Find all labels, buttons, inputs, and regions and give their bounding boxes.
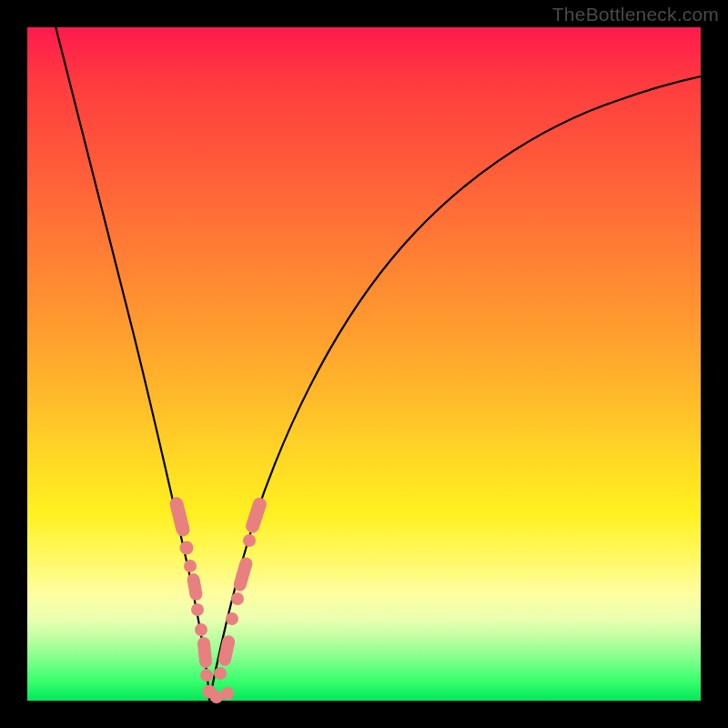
svg-rect-6 xyxy=(197,636,212,668)
svg-point-13 xyxy=(226,612,238,625)
svg-point-5 xyxy=(195,623,207,636)
svg-point-14 xyxy=(231,592,244,605)
svg-point-4 xyxy=(191,603,204,616)
bead-cluster-right xyxy=(214,496,268,680)
svg-point-2 xyxy=(184,560,197,572)
svg-rect-0 xyxy=(168,496,191,538)
curve-right-arm xyxy=(209,76,705,701)
watermark-text: TheBottleneck.com xyxy=(552,4,719,25)
svg-point-9 xyxy=(210,691,223,703)
chart-frame: TheBottleneck.com xyxy=(0,0,728,728)
bead-cluster-left xyxy=(168,496,217,699)
svg-point-7 xyxy=(200,669,213,682)
curve-left-arm xyxy=(55,23,209,701)
curve-layer xyxy=(27,27,701,701)
svg-point-11 xyxy=(214,667,227,680)
svg-rect-3 xyxy=(187,572,204,602)
plot-area xyxy=(27,27,701,701)
svg-point-16 xyxy=(243,534,256,547)
svg-point-1 xyxy=(180,541,194,555)
svg-point-10 xyxy=(221,687,234,700)
svg-rect-15 xyxy=(232,556,254,592)
svg-rect-17 xyxy=(244,496,268,535)
